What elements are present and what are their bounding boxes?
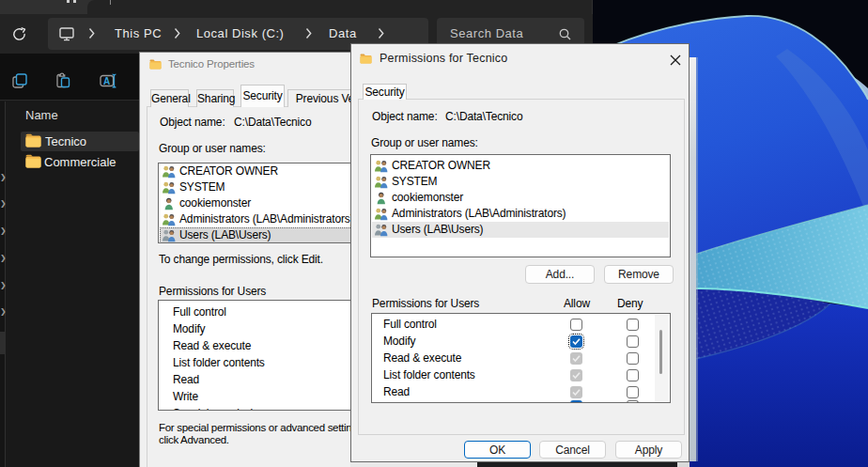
svg-text:A: A <box>103 76 110 86</box>
